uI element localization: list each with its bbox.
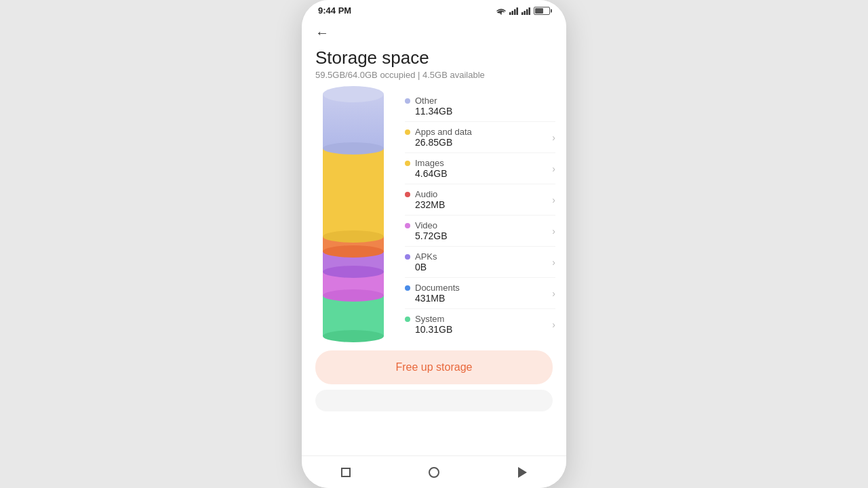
seg-other xyxy=(323,94,384,148)
legend-name-documents: Documents xyxy=(415,283,549,293)
seg-apps xyxy=(323,148,384,237)
legend-item-apps[interactable]: Apps and data26.85GB› xyxy=(405,122,555,153)
legend-value-audio: 232MB xyxy=(415,199,549,210)
legend-item-audio[interactable]: Audio232MB› xyxy=(405,184,555,216)
svg-rect-5 xyxy=(521,12,524,15)
legend-item-apks[interactable]: APKs0B› xyxy=(405,247,555,278)
second-action-button[interactable] xyxy=(315,390,553,411)
legend-name-apks: APKs xyxy=(415,251,549,262)
square-icon xyxy=(341,468,351,477)
legend-item-system[interactable]: System10.31GB› xyxy=(405,309,555,340)
legend-dot-apps xyxy=(405,129,410,135)
legend-item-video[interactable]: Video5.72GB› xyxy=(405,216,555,247)
legend-dot-audio xyxy=(405,192,410,197)
legend-value-apks: 0B xyxy=(415,262,549,272)
svg-rect-8 xyxy=(529,7,531,15)
legend-name-other: Other xyxy=(415,96,555,106)
svg-rect-2 xyxy=(512,11,514,15)
chart-section: Other11.34GBApps and data26.85GB›Images4… xyxy=(302,91,566,340)
legend-value-other: 11.34GB xyxy=(415,106,555,117)
svg-rect-3 xyxy=(514,9,516,15)
svg-rect-4 xyxy=(517,7,519,15)
legend-item-images[interactable]: Images4.64GB› xyxy=(405,153,555,184)
legend-dot-system xyxy=(405,317,410,322)
chevron-icon-apks: › xyxy=(552,257,555,268)
signal2-icon xyxy=(521,7,531,15)
legend-value-images: 4.64GB xyxy=(415,168,549,179)
legend-item-other: Other11.34GB xyxy=(405,91,555,122)
seg-system xyxy=(323,296,384,336)
triangle-icon xyxy=(518,467,527,478)
legend-dot-documents xyxy=(405,285,410,291)
chevron-icon-images: › xyxy=(552,163,555,174)
legend-dot-other xyxy=(405,98,410,104)
legend-dot-video xyxy=(405,223,410,228)
page-title: Storage space xyxy=(302,43,566,70)
chevron-icon-system: › xyxy=(552,319,555,330)
nav-home-button[interactable] xyxy=(425,463,443,482)
svg-rect-7 xyxy=(526,9,528,15)
cylinder-body xyxy=(323,94,384,336)
legend-name-audio: Audio xyxy=(415,189,549,199)
legend-name-system: System xyxy=(415,314,549,324)
legend-item-documents[interactable]: Documents431MB› xyxy=(405,278,555,309)
back-arrow-icon: ← xyxy=(315,25,329,40)
legend-name-images: Images xyxy=(415,158,549,168)
status-icons xyxy=(496,7,550,15)
legend-value-system: 10.31GB xyxy=(415,324,549,335)
chevron-icon-audio: › xyxy=(552,195,555,205)
svg-point-0 xyxy=(500,13,502,14)
main-content: ← Storage space 59.5GB/64.0GB occupied |… xyxy=(302,18,566,455)
svg-rect-1 xyxy=(509,12,511,15)
status-time: 9:44 PM xyxy=(318,5,351,16)
nav-back-button[interactable] xyxy=(513,463,532,482)
signal-icon xyxy=(509,7,519,15)
bottom-nav xyxy=(302,455,566,488)
chevron-icon-documents: › xyxy=(552,288,555,299)
legend-name-video: Video xyxy=(415,220,549,230)
nav-square-button[interactable] xyxy=(336,463,355,482)
back-button[interactable]: ← xyxy=(302,18,566,43)
legend-value-documents: 431MB xyxy=(415,293,549,304)
phone-frame: 9:44 PM xyxy=(302,0,566,488)
svg-rect-6 xyxy=(524,11,526,15)
legend-name-apps: Apps and data xyxy=(415,127,549,137)
legend-value-apps: 26.85GB xyxy=(415,137,549,148)
status-bar: 9:44 PM xyxy=(302,0,566,18)
cylinder-chart xyxy=(313,94,394,336)
wifi-icon xyxy=(496,7,507,15)
circle-icon xyxy=(429,467,439,478)
battery-icon xyxy=(534,7,550,15)
chevron-icon-video: › xyxy=(552,226,555,237)
legend-dot-apks xyxy=(405,254,410,260)
free-up-storage-button[interactable]: Free up storage xyxy=(315,350,553,384)
legend-value-video: 5.72GB xyxy=(415,230,549,241)
legend-list: Other11.34GBApps and data26.85GB›Images4… xyxy=(405,91,555,340)
chevron-icon-apps: › xyxy=(552,132,555,143)
legend-dot-images xyxy=(405,161,410,166)
